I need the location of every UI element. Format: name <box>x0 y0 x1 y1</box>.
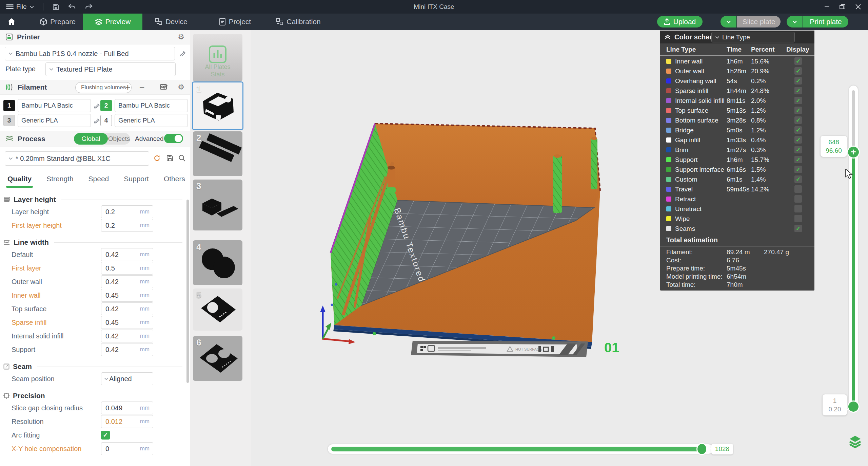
layer-bottom-tooltip: 1 0.20 <box>823 394 847 415</box>
remove-filament-button[interactable]: − <box>137 80 147 94</box>
tab-calibration[interactable]: Calibration <box>271 14 326 30</box>
param-input[interactable]: 0.42 mm <box>101 343 153 356</box>
print-options-chevron[interactable] <box>787 16 803 27</box>
display-checkbox[interactable]: ✓ <box>794 126 802 134</box>
display-checkbox[interactable]: ✓ <box>794 205 802 212</box>
param-input[interactable]: 0.2 mm <box>101 219 153 232</box>
filament-name[interactable]: Bambu PLA Basic <box>115 99 188 112</box>
process-tab[interactable]: Others <box>164 175 185 183</box>
tab-preview[interactable]: Preview <box>83 14 142 30</box>
printer-icon <box>5 33 13 41</box>
printer-preset-select[interactable]: Bambu Lab P1S 0.4 nozzle - Full Bed <box>5 47 175 60</box>
color-scheme-select[interactable]: Line Type <box>711 32 795 42</box>
scope-objects[interactable]: Objects <box>108 135 130 143</box>
file-menu-button[interactable]: File <box>6 3 34 11</box>
legend-row: Internal solid infill 8m11s 2.0% ✓ <box>660 96 814 106</box>
param-input[interactable]: 0.42 mm <box>101 302 153 315</box>
filament-slot[interactable]: 4 Generic PLA <box>100 114 190 127</box>
param-input[interactable]: 0.42 mm <box>101 330 153 342</box>
filament-slot[interactable]: 3 Generic PLA <box>3 114 100 127</box>
display-checkbox[interactable]: ✓ <box>794 107 802 114</box>
panel-scrollbar[interactable] <box>186 200 189 383</box>
display-checkbox[interactable]: ✓ <box>794 175 802 183</box>
tab-device[interactable]: Device <box>149 14 193 30</box>
display-checkbox[interactable]: ✓ <box>794 57 802 65</box>
process-tab[interactable]: Quality <box>7 175 32 183</box>
plate-thumb-3[interactable]: 3 <box>193 180 242 230</box>
process-tab[interactable]: Strength <box>46 175 73 183</box>
display-checkbox[interactable]: ✓ <box>794 195 802 203</box>
filament-name[interactable]: Generic PLA <box>115 114 188 127</box>
total-row: Total time: 7h0m <box>660 280 814 288</box>
display-checkbox[interactable]: ✓ <box>794 166 802 173</box>
advanced-toggle[interactable] <box>164 134 183 143</box>
display-checkbox[interactable]: ✓ <box>794 136 802 144</box>
process-scope-toggle[interactable]: Global Objects <box>74 133 130 145</box>
param-input[interactable]: 0.42 mm <box>101 248 153 261</box>
plate-thumb-5[interactable]: 5 <box>193 288 242 331</box>
param-input[interactable]: 0.012 mm <box>101 415 153 428</box>
collapse-panel-icon[interactable] <box>664 34 671 40</box>
param-input[interactable]: 0 mm <box>101 442 153 455</box>
minimize-button[interactable] <box>819 0 835 14</box>
plate-thumb-2[interactable]: 2 <box>193 131 242 176</box>
process-tab[interactable]: Speed <box>88 175 109 183</box>
filament-name[interactable]: Generic PLA <box>18 114 91 127</box>
scope-global[interactable]: Global <box>74 133 108 145</box>
all-plates-stats-card[interactable]: All PlatesStats <box>193 34 242 81</box>
param-input[interactable]: 0.45 mm <box>101 289 153 302</box>
slice-options-chevron[interactable] <box>721 16 736 27</box>
display-checkbox[interactable]: ✓ <box>794 116 802 124</box>
restore-button[interactable] <box>835 0 850 14</box>
display-checkbox[interactable]: ✓ <box>794 156 802 163</box>
tab-project[interactable]: Project <box>213 14 257 30</box>
edit-printer-icon[interactable] <box>179 50 186 57</box>
undo-icon[interactable] <box>68 3 76 10</box>
precision-icon <box>3 393 9 399</box>
display-checkbox[interactable]: ✓ <box>794 67 802 75</box>
param-input[interactable]: 0.5 mm <box>101 262 153 275</box>
print-plate-button[interactable]: Print plate <box>803 16 848 27</box>
param-input[interactable]: 0.45 mm <box>101 316 153 329</box>
redo-icon[interactable] <box>85 3 93 10</box>
plate-thumb-4[interactable]: 4 <box>193 240 242 285</box>
upload-button[interactable]: Upload <box>657 16 703 27</box>
reset-preset-icon[interactable] <box>153 154 161 162</box>
filament-name[interactable]: Bambu PLA Basic <box>18 99 91 112</box>
display-checkbox[interactable]: ✓ <box>794 225 802 232</box>
param-input[interactable]: 0.049 mm <box>101 402 153 414</box>
step-slider-handle[interactable] <box>696 443 707 455</box>
display-checkbox[interactable]: ✓ <box>794 77 802 85</box>
search-parameter-icon[interactable] <box>178 154 186 162</box>
printer-settings-gear-icon[interactable]: ⚙ <box>178 33 184 41</box>
home-button[interactable] <box>5 14 18 30</box>
save-preset-icon[interactable] <box>166 154 174 162</box>
param-input[interactable]: 0.2 mm <box>101 205 153 218</box>
line-type-color-swatch <box>666 137 671 143</box>
param-checkbox[interactable]: ✓ <box>101 431 110 440</box>
edit-filament-icon[interactable] <box>94 102 100 109</box>
close-button[interactable] <box>850 0 866 14</box>
filament-slot[interactable]: 2 Bambu PLA Basic <box>100 99 190 112</box>
plate-type-select[interactable]: Textured PEI Plate <box>45 62 176 76</box>
param-select[interactable]: Aligned <box>101 372 153 385</box>
process-section-header: Process Global Objects Advanced <box>0 131 190 147</box>
display-checkbox[interactable]: ✓ <box>794 87 802 94</box>
tab-prepare[interactable]: Prepare <box>31 14 85 30</box>
display-checkbox[interactable]: ✓ <box>794 97 802 104</box>
save-icon[interactable] <box>52 3 59 10</box>
filament-slot[interactable]: 1 Bambu PLA Basic <box>3 99 100 112</box>
plate-thumb-6[interactable]: 6 <box>193 336 242 381</box>
param-input[interactable]: 0.42 mm <box>101 275 153 288</box>
process-preset-select[interactable]: * 0.20mm Standard @BBL X1C <box>5 151 149 166</box>
filament-settings-gear-icon[interactable]: ⚙ <box>178 83 184 92</box>
layers-view-icon[interactable] <box>848 434 862 448</box>
process-tab[interactable]: Support <box>124 175 149 183</box>
ams-filament-icon[interactable] <box>160 83 169 91</box>
display-checkbox[interactable]: ✓ <box>794 215 802 222</box>
plate-thumb-1[interactable]: 1 <box>192 81 243 130</box>
display-checkbox[interactable]: ✓ <box>794 185 802 193</box>
edit-filament-icon[interactable] <box>94 117 100 124</box>
add-filament-button[interactable]: + <box>123 80 133 94</box>
display-checkbox[interactable]: ✓ <box>794 146 802 153</box>
